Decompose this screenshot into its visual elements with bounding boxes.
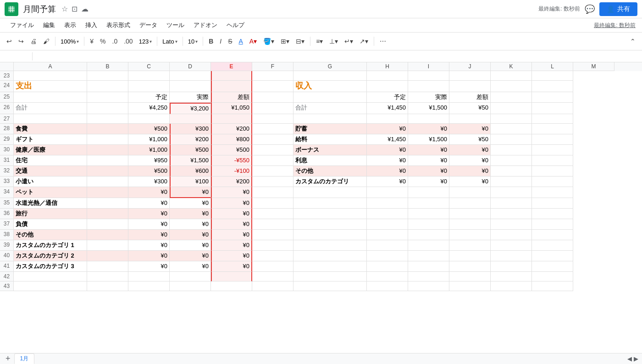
cell[interactable] (87, 134, 128, 145)
suidokonetsu-yotei[interactable]: ¥0 (128, 198, 170, 209)
cell[interactable] (293, 230, 367, 240)
suidokonetsu-sagaku[interactable]: ¥0 (211, 198, 252, 209)
pet-label[interactable]: ペット (14, 187, 87, 198)
bonus-label[interactable]: ボーナス (293, 145, 367, 155)
income-jissai-header[interactable]: 実際 (408, 92, 449, 103)
menu-format[interactable]: 表示形式 (103, 20, 134, 30)
cell[interactable] (532, 166, 573, 176)
kozukai-yotei[interactable]: ¥300 (128, 176, 170, 187)
cell[interactable] (367, 198, 408, 209)
cell[interactable] (293, 261, 367, 272)
cell[interactable] (252, 176, 293, 187)
cell[interactable] (14, 114, 87, 124)
custom2-label[interactable]: カスタムのカテゴリ 2 (14, 251, 87, 261)
kotsu-label[interactable]: 交通 (14, 166, 87, 176)
cell[interactable] (87, 281, 128, 291)
cell[interactable] (491, 71, 532, 81)
menu-insert[interactable]: 挿入 (82, 20, 101, 30)
custom1-yotei[interactable]: ¥0 (128, 240, 170, 251)
cell[interactable] (87, 81, 128, 92)
cell[interactable] (87, 261, 128, 272)
doc-title[interactable]: 月間予算 (23, 4, 56, 15)
cell[interactable] (252, 103, 293, 114)
merge-button[interactable]: ⊟▾ (293, 36, 307, 47)
cell[interactable] (449, 71, 491, 81)
cell[interactable] (87, 230, 128, 240)
jutaku-label[interactable]: 住宅 (14, 155, 87, 166)
cell[interactable] (491, 281, 532, 291)
cell[interactable] (367, 230, 408, 240)
kotsu-yotei[interactable]: ¥500 (128, 166, 170, 176)
jissai-header[interactable]: 実際 (170, 92, 211, 103)
sonota-yotei[interactable]: ¥0 (128, 230, 170, 240)
sonota-income-label[interactable]: その他 (293, 166, 367, 176)
cell[interactable] (449, 198, 491, 209)
decimal0-button[interactable]: .0 (110, 36, 121, 47)
cell[interactable] (532, 71, 573, 81)
cell[interactable] (128, 71, 170, 81)
cell[interactable] (491, 155, 532, 166)
cell[interactable] (408, 240, 449, 251)
cell[interactable] (491, 240, 532, 251)
rishi-label[interactable]: 利息 (293, 155, 367, 166)
income-sagaku-header[interactable]: 差額 (449, 92, 491, 103)
cell[interactable] (293, 114, 367, 124)
jutaku-sagaku[interactable]: -¥550 (211, 155, 252, 166)
cell[interactable] (128, 114, 170, 124)
bold-button[interactable]: B (206, 36, 216, 47)
cell[interactable] (170, 71, 211, 81)
cell[interactable] (293, 71, 367, 81)
cell[interactable] (367, 71, 408, 81)
cell[interactable] (252, 155, 293, 166)
cell[interactable] (449, 230, 491, 240)
kozukai-sagaku[interactable]: ¥200 (211, 176, 252, 187)
cell[interactable] (87, 272, 128, 281)
zoom-dropdown[interactable]: 100% ▾ (58, 37, 81, 46)
cell[interactable] (293, 281, 367, 291)
cell[interactable] (87, 92, 128, 103)
suidokonetsu-jissai[interactable]: ¥0 (170, 198, 211, 209)
cell[interactable] (449, 114, 491, 124)
col-header-k[interactable]: K (491, 62, 532, 71)
cell[interactable] (491, 198, 532, 209)
cell[interactable] (408, 209, 449, 219)
cell[interactable] (170, 114, 211, 124)
cell[interactable] (367, 81, 408, 92)
gift-sagaku[interactable]: ¥800 (211, 134, 252, 145)
kenko-label[interactable]: 健康／医療 (14, 145, 87, 155)
bonus-sagaku[interactable]: ¥0 (449, 145, 491, 155)
sheet-tab-1[interactable]: 1月 (14, 353, 35, 364)
cell[interactable] (491, 92, 532, 103)
custom-income-yotei[interactable]: ¥0 (367, 176, 408, 187)
col-header-m[interactable]: M (573, 62, 614, 71)
cell[interactable] (408, 281, 449, 291)
col-header-a[interactable]: A (14, 62, 87, 71)
cell[interactable] (408, 114, 449, 124)
income-total-sagaku[interactable]: ¥50 (449, 103, 491, 114)
cell[interactable] (252, 114, 293, 124)
cell[interactable] (491, 251, 532, 261)
kozukai-label[interactable]: 小遣い (14, 176, 87, 187)
cell[interactable] (532, 219, 573, 230)
gift-yotei[interactable]: ¥1,000 (128, 134, 170, 145)
cell[interactable] (252, 81, 293, 92)
cell[interactable] (211, 81, 252, 92)
cell[interactable] (14, 92, 87, 103)
cell[interactable] (293, 240, 367, 251)
cell[interactable] (532, 209, 573, 219)
star-icon[interactable]: ☆ (61, 5, 68, 13)
fusai-yotei[interactable]: ¥0 (128, 219, 170, 230)
expense-total-jissai[interactable]: ¥3,200 (170, 103, 211, 114)
income-title-cell[interactable]: 収入 (293, 81, 367, 92)
cell[interactable] (449, 261, 491, 272)
shokuhi-label[interactable]: 食費 (14, 124, 87, 134)
bonus-jissai[interactable]: ¥0 (408, 145, 449, 155)
collapse-button[interactable]: ⌃ (627, 36, 638, 47)
cell[interactable] (252, 166, 293, 176)
cell[interactable] (87, 176, 128, 187)
kozukai-jissai[interactable]: ¥100 (170, 176, 211, 187)
sonota-label[interactable]: その他 (14, 230, 87, 240)
cell[interactable] (367, 261, 408, 272)
cell[interactable] (491, 261, 532, 272)
borders-button[interactable]: ⊞▾ (278, 36, 292, 47)
